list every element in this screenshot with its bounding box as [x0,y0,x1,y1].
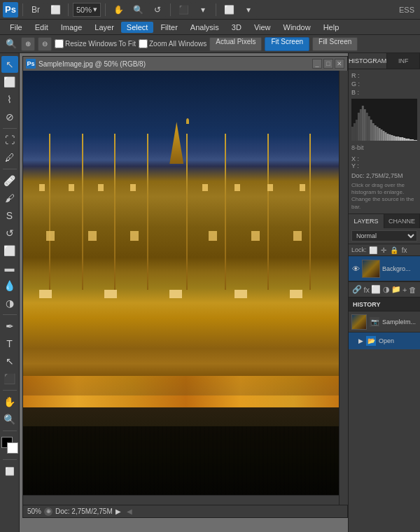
hand-tool[interactable]: ✋ [1,393,18,410]
status-arrow[interactable]: ▶ [115,507,121,515]
lock-position-icon[interactable]: ✛ [379,246,388,254]
menu-layer[interactable]: Layer [89,22,120,33]
menu-edit[interactable]: Edit [29,22,54,33]
bridge-btn[interactable]: Br [27,2,44,18]
layer-visibility-icon[interactable]: 👁 [351,265,360,273]
svg-rect-5 [362,106,364,141]
layer-item-background[interactable]: 👁 Backgro... [349,256,420,281]
lock-all-icon[interactable]: 🔒 [390,246,398,254]
path-select-tool[interactable]: ↖ [1,353,18,370]
zoom-control[interactable]: 50% ▾ [73,3,101,17]
menu-select[interactable]: Select [121,22,154,33]
doc-minimize-btn[interactable]: _ [312,59,322,69]
layer-style-icon[interactable]: fx [363,286,370,294]
zoom-value: 50% [76,6,92,14]
menu-filter[interactable]: Filter [155,22,183,33]
blend-mode-select[interactable]: Normal [351,230,417,241]
brush-tool[interactable]: 🖌 [1,190,18,206]
tab-info[interactable]: INF [387,53,420,69]
color-swatch[interactable] [1,437,18,454]
group-icon[interactable]: 📁 [391,285,401,294]
arrange-btn[interactable]: ⬛ [175,2,192,18]
svg-rect-8 [368,116,370,141]
zoom-all-windows-input[interactable] [139,39,148,48]
eyedropper-tool[interactable]: 🖊 [1,149,18,166]
tab-layers[interactable]: LAYERS [349,214,384,228]
text-tool[interactable]: T [1,335,18,352]
actual-pixels-btn[interactable]: Actual Pixels [209,37,262,51]
window-15 [39,290,52,298]
history-item-snapshot[interactable]: 📷 SampleIm... [349,312,420,332]
screen-mode-btn[interactable]: ⬜ [220,2,237,18]
doc-maximize-btn[interactable]: □ [323,59,333,69]
zoom-tool-btn[interactable]: 🔍 [130,2,146,18]
menu-help[interactable]: Help [318,22,345,33]
history-item-open[interactable]: ▶ 📂 Open [349,332,420,349]
spot-heal-tool[interactable]: 🩹 [1,172,18,189]
svg-rect-2 [356,120,358,141]
menu-analysis[interactable]: Analysis [185,22,225,33]
lasso-tool[interactable]: ⌇ [1,91,18,108]
resize-windows-checkbox[interactable]: Resize Windows To Fit [55,39,136,48]
doc-ps-icon: Ps [26,59,36,69]
zoom-in-icon[interactable]: ⊕ [21,37,35,51]
adjustment-icon[interactable]: ◑ [383,285,390,294]
hand-tool-btn[interactable]: ✋ [110,2,127,18]
rotate-btn[interactable]: ↺ [149,2,166,18]
hist-click-info: Click or drag over the histogram to enla… [351,182,417,211]
blur-tool[interactable]: 💧 [1,277,18,294]
fit-screen-btn[interactable]: Fit Screen [265,37,309,51]
tab-histogram[interactable]: HISTOGRAM [349,53,387,69]
clone-tool[interactable]: S [1,207,18,224]
eraser-tool[interactable]: ⬜ [1,242,18,259]
svg-rect-14 [381,130,383,141]
history-camera-icon: 📷 [370,317,379,327]
menu-file[interactable]: File [4,22,28,33]
background-color[interactable] [7,442,18,454]
lock-pixels-icon[interactable]: ⬜ [369,246,377,254]
menu-3d[interactable]: 3D [226,22,247,33]
menu-window[interactable]: Window [278,22,316,33]
zoom-tool[interactable]: 🔍 [1,411,18,428]
fill-screen-btn[interactable]: Fill Screen [312,37,358,51]
menu-view[interactable]: View [248,22,276,33]
scrollbar-right[interactable] [339,71,348,505]
dodge-tool[interactable]: ◑ [1,295,18,312]
layer-mask-icon[interactable]: ⬜ [371,285,381,294]
menu-image[interactable]: Image [55,22,88,33]
doc-titlebar: Ps SampleImage.jpg @ 50% (RGB/8) _ □ ✕ [23,57,347,71]
svg-rect-26 [405,139,407,141]
status-icon[interactable]: ⊕ [44,507,52,516]
svg-rect-10 [372,123,374,141]
resize-windows-input[interactable] [55,39,64,48]
quick-mask-tool[interactable]: ⬜ [1,463,18,479]
gradient-tool[interactable]: ▬ [1,260,18,276]
mini-bridge-btn[interactable]: ⬜ [47,2,64,18]
zoom-out-icon[interactable]: ⊖ [38,37,52,51]
crop-tool[interactable]: ⛶ [1,132,18,148]
history-brush-tool[interactable]: ↺ [1,225,18,241]
tab-channels[interactable]: CHANNE [384,214,420,228]
new-layer-icon[interactable]: + [402,286,407,294]
column-8 [309,134,311,290]
lock-fx-icon[interactable]: fx [400,246,409,254]
window-11 [130,231,139,241]
marquee-tool[interactable]: ⬜ [1,74,18,90]
move-tool[interactable]: ↖ [1,56,18,73]
scrollbar-bottom[interactable] [23,495,339,505]
arrange-arrow-btn[interactable]: ▾ [195,2,211,18]
hist-x-label: X : [351,155,417,162]
delete-layer-icon[interactable]: 🗑 [409,286,416,294]
history-tab: HISTORY [349,298,420,312]
magnifier-icon[interactable]: 🔍 [4,37,18,51]
quick-select-tool[interactable]: ⊘ [1,108,18,125]
zoom-all-windows-checkbox[interactable]: Zoom All Windows [139,39,206,48]
window-9 [46,231,55,241]
svg-rect-6 [364,109,366,141]
doc-close-btn[interactable]: ✕ [335,59,344,69]
shape-tool[interactable]: ⬛ [1,370,18,387]
link-layers-icon[interactable]: 🔗 [352,285,362,294]
screen-arrow-btn[interactable]: ▾ [240,2,257,18]
pen-tool[interactable]: ✒ [1,318,18,335]
crowd [23,426,348,505]
